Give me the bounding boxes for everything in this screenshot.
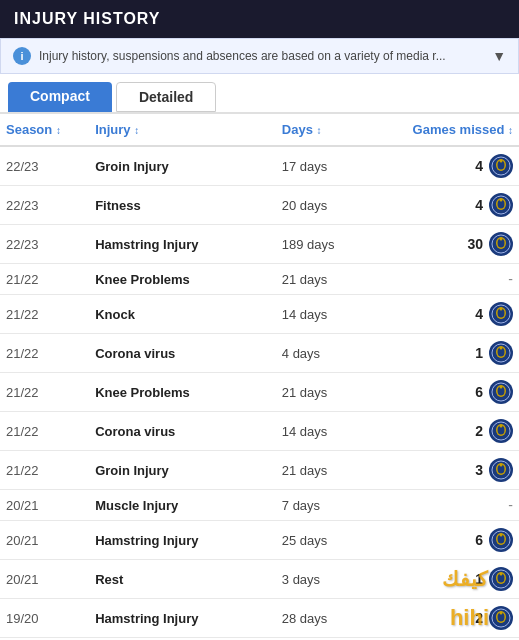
table-wrap: Season ↕ Injury ↕ Days ↕ Games missed ↕ — [0, 114, 519, 640]
svg-point-11 — [500, 238, 503, 241]
svg-point-3 — [500, 160, 503, 163]
club-icon — [489, 458, 513, 482]
games-cell: 6 — [369, 373, 519, 412]
table-row: 20/21 Hamstring Injury 25 days 6 — [0, 521, 519, 560]
season-value: 21/22 — [0, 334, 89, 373]
club-icon — [489, 154, 513, 178]
days-value: 17 days — [276, 146, 369, 186]
sort-icon-games: ↕ — [508, 125, 513, 136]
table-row: 21/22 Knee Problems 21 days - — [0, 264, 519, 295]
injury-value: Groin Injury — [89, 451, 276, 490]
header-title: INJURY HISTORY — [14, 10, 160, 27]
tab-compact[interactable]: Compact — [8, 82, 112, 112]
club-icon — [489, 232, 513, 256]
injury-value: Fitness — [89, 186, 276, 225]
svg-point-15 — [500, 308, 503, 311]
table-row: 22/23 Groin Injury 17 days 4 — [0, 146, 519, 186]
sort-icon-days: ↕ — [317, 125, 322, 136]
injury-value: Knee Problems — [89, 264, 276, 295]
days-value: 4 days — [276, 334, 369, 373]
table-row: 22/23 Hamstring Injury 189 days 30 — [0, 225, 519, 264]
club-icon — [489, 341, 513, 365]
sort-icon-injury: ↕ — [134, 125, 139, 136]
season-value: 22/23 — [0, 186, 89, 225]
injury-value: Rest — [89, 560, 276, 599]
games-cell: - — [369, 490, 519, 521]
table-row: 21/22 Knee Problems 21 days 6 — [0, 373, 519, 412]
info-icon: i — [13, 47, 31, 65]
games-cell: 4 — [369, 146, 519, 186]
days-value: 25 days — [276, 521, 369, 560]
season-value: 22/23 — [0, 225, 89, 264]
table-header-row: Season ↕ Injury ↕ Days ↕ Games missed ↕ — [0, 114, 519, 146]
club-icon — [489, 419, 513, 443]
table-row: 20/21 Muscle Injury 7 days - — [0, 490, 519, 521]
season-value: 21/22 — [0, 264, 89, 295]
club-icon — [489, 528, 513, 552]
svg-point-43 — [500, 612, 503, 615]
svg-point-23 — [500, 386, 503, 389]
games-cell: 6 — [369, 521, 519, 560]
days-value: 20 days — [276, 186, 369, 225]
days-value: 21 days — [276, 373, 369, 412]
injury-value: Hamstring Injury — [89, 599, 276, 638]
season-value: 20/21 — [0, 490, 89, 521]
sort-icon-season: ↕ — [56, 125, 61, 136]
svg-point-27 — [500, 425, 503, 428]
col-days[interactable]: Days ↕ — [276, 114, 369, 146]
games-cell: 2 — [369, 412, 519, 451]
injury-value: Hamstring Injury — [89, 225, 276, 264]
days-value: 21 days — [276, 451, 369, 490]
col-injury[interactable]: Injury ↕ — [89, 114, 276, 146]
games-cell: 4 — [369, 186, 519, 225]
svg-point-35 — [500, 534, 503, 537]
club-icon — [489, 193, 513, 217]
games-cell: كيفك 1 — [369, 560, 519, 599]
header: INJURY HISTORY — [0, 0, 519, 38]
injury-value: Corona virus — [89, 412, 276, 451]
games-cell: hihi 2 — [369, 599, 519, 638]
days-value: 189 days — [276, 225, 369, 264]
season-value: 21/22 — [0, 295, 89, 334]
info-text: Injury history, suspensions and absences… — [39, 49, 484, 63]
days-value: 7 days — [276, 490, 369, 521]
tabs: Compact Detailed — [0, 74, 519, 114]
season-value: 21/22 — [0, 373, 89, 412]
days-value: 28 days — [276, 599, 369, 638]
col-season[interactable]: Season ↕ — [0, 114, 89, 146]
season-value: 21/22 — [0, 412, 89, 451]
injury-value: Hamstring Injury — [89, 521, 276, 560]
injury-value: Knee Problems — [89, 373, 276, 412]
table-row: 21/22 Corona virus 14 days 2 — [0, 412, 519, 451]
svg-point-31 — [500, 464, 503, 467]
table-row: 19/20 Hamstring Injury 28 days hihi 2 — [0, 599, 519, 638]
chevron-down-icon[interactable]: ▼ — [492, 48, 506, 64]
season-value: 22/23 — [0, 146, 89, 186]
injury-value: Knock — [89, 295, 276, 334]
table-row: 20/21 Rest 3 days كيفك 1 — [0, 560, 519, 599]
games-cell: - — [369, 264, 519, 295]
svg-point-19 — [500, 347, 503, 350]
games-cell: 1 — [369, 334, 519, 373]
info-bar: i Injury history, suspensions and absenc… — [0, 38, 519, 74]
days-value: 14 days — [276, 412, 369, 451]
club-icon — [489, 606, 513, 630]
club-icon — [489, 302, 513, 326]
days-value: 3 days — [276, 560, 369, 599]
injury-value: Muscle Injury — [89, 490, 276, 521]
season-value: 20/21 — [0, 521, 89, 560]
col-games[interactable]: Games missed ↕ — [369, 114, 519, 146]
injury-value: Groin Injury — [89, 146, 276, 186]
season-value: 20/21 — [0, 560, 89, 599]
days-value: 14 days — [276, 295, 369, 334]
club-icon — [489, 567, 513, 591]
table-row: 22/23 Fitness 20 days 4 — [0, 186, 519, 225]
svg-point-7 — [500, 199, 503, 202]
injury-value: Corona virus — [89, 334, 276, 373]
games-cell: 30 — [369, 225, 519, 264]
tab-detailed[interactable]: Detailed — [116, 82, 216, 112]
club-icon — [489, 380, 513, 404]
table-row: 21/22 Corona virus 4 days 1 — [0, 334, 519, 373]
table-row: 21/22 Knock 14 days 4 — [0, 295, 519, 334]
days-value: 21 days — [276, 264, 369, 295]
